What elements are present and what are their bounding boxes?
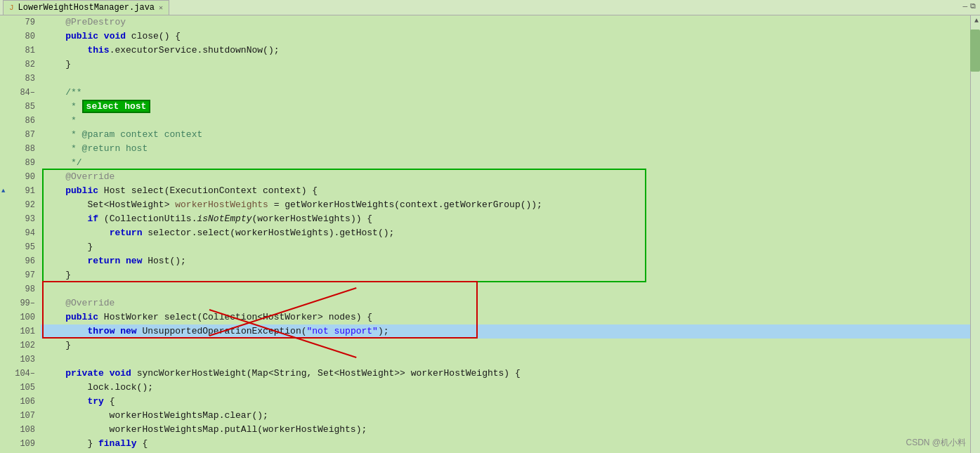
code-line-95: } (41, 240, 980, 254)
code-line-88: * @return host (41, 142, 980, 156)
ln-104: 104– (0, 367, 35, 381)
code-line-80: public void close() { (41, 29, 980, 44)
watermark: CSDN @机小料 (906, 437, 966, 449)
code-content: @PreDestroy public void close() { this.e… (41, 15, 980, 453)
ln-101: 101 (0, 324, 35, 339)
ln-96: 96 (0, 254, 35, 268)
ln-81: 81 (0, 44, 35, 58)
code-line-101: throw new UnsupportedOperationException(… (41, 324, 980, 339)
line-numbers: 79 80 81 82 83 84– 85 86 87 88 89 90 91 … (0, 15, 41, 453)
code-line-103 (41, 353, 980, 367)
ln-97: 97 (0, 268, 35, 282)
ln-103: 103 (0, 353, 35, 367)
code-line-102: } (41, 339, 980, 353)
code-line-84: /** (41, 86, 980, 100)
code-line-105: lock.lock(); (41, 381, 980, 395)
code-line-81: this.executorService.shutdownNow(); (41, 44, 980, 58)
code-line-83 (41, 72, 980, 86)
code-line-91: public Host select(ExecutionContext cont… (41, 184, 980, 198)
ln-89: 89 (0, 156, 35, 170)
ln-95: 95 (0, 240, 35, 254)
scrollbar-thumb[interactable] (970, 29, 980, 72)
code-line-87: * @param context context (41, 128, 980, 142)
ln-108: 108 (0, 423, 35, 437)
ln-79: 79 (0, 15, 35, 29)
tab-close-icon[interactable]: ✕ (159, 4, 163, 12)
ln-80: 80 (0, 29, 35, 44)
editor-tab[interactable]: J LowerWeightHostManager.java ✕ (3, 0, 169, 15)
code-line-106: try { (41, 395, 980, 409)
restore-button[interactable]: ⧉ (970, 2, 976, 11)
code-line-98 (41, 282, 980, 296)
code-line-100: public HostWorker select(Collection<Host… (41, 310, 980, 324)
select-host-highlight: select host (82, 100, 151, 113)
ln-100: 100 (0, 310, 35, 324)
tab-label: LowerWeightHostManager.java (18, 3, 155, 13)
ln-90: 90 (0, 170, 35, 184)
ln-93: 93 (0, 212, 35, 226)
code-line-92: Set<HostWeight> workerHostWeights = getW… (41, 198, 980, 212)
code-area: 79 80 81 82 83 84– 85 86 87 88 89 90 91 … (0, 15, 980, 453)
ln-99: 99– (0, 296, 35, 310)
code-line-93: if (CollectionUtils.isNotEmpty(workerHos… (41, 212, 980, 226)
ln-92: 92 (0, 198, 35, 212)
java-file-icon: J (9, 4, 14, 12)
code-line-99: @Override (41, 296, 980, 310)
ln-84: 84– (0, 86, 35, 100)
minimize-button[interactable]: — (962, 2, 967, 11)
code-line-79: @PreDestroy (41, 15, 980, 29)
code-line-104: private void syncWorkerHostWeight(Map<St… (41, 367, 980, 381)
code-line-109: } finally { (41, 437, 980, 451)
code-line-89: */ (41, 156, 980, 170)
ln-94: 94 (0, 226, 35, 240)
editor-container: J LowerWeightHostManager.java ✕ — ⧉ 79 8… (0, 0, 980, 453)
code-line-86: * (41, 114, 980, 128)
code-line-107: workerHostWeightsMap.clear(); (41, 409, 980, 423)
code-line-96: return new Host(); (41, 254, 980, 268)
code-line-82: } (41, 58, 980, 72)
ln-86: 86 (0, 114, 35, 128)
vertical-scrollbar[interactable]: ▲ (970, 15, 980, 453)
window-controls: — ⧉ (962, 2, 976, 11)
ln-106: 106 (0, 395, 35, 409)
ln-107: 107 (0, 409, 35, 423)
code-line-108: workerHostWeightsMap.putAll(workerHostWe… (41, 423, 980, 437)
code-line-90: @Override (41, 170, 980, 184)
ln-87: 87 (0, 128, 35, 142)
tab-bar: J LowerWeightHostManager.java ✕ — ⧉ (0, 0, 980, 15)
code-lines: @PreDestroy public void close() { this.e… (41, 15, 980, 453)
scroll-up-arrow[interactable]: ▲ (974, 17, 979, 25)
ln-88: 88 (0, 142, 35, 156)
ln-83: 83 (0, 72, 35, 86)
ln-102: 102 (0, 339, 35, 353)
ln-91: 91 (0, 184, 35, 198)
ln-98: 98 (0, 282, 35, 296)
ln-109: 109 (0, 437, 35, 451)
code-line-97: } (41, 268, 980, 282)
ln-105: 105 (0, 381, 35, 395)
code-line-94: return selector.select(workerHostWeights… (41, 226, 980, 240)
ln-85: 85 (0, 100, 35, 114)
code-line-85: * select host (41, 100, 980, 114)
ln-82: 82 (0, 58, 35, 72)
